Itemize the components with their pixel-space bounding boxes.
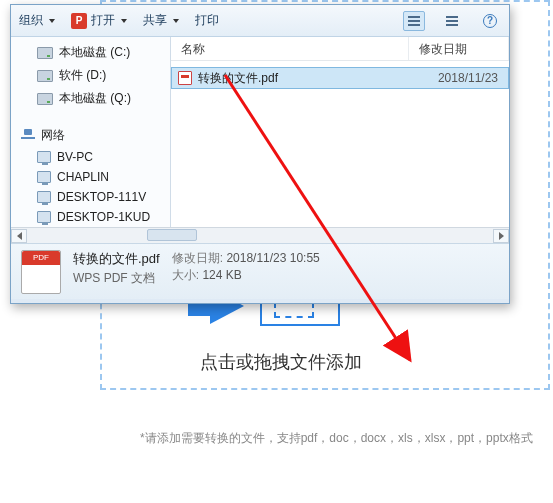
help-icon: ? xyxy=(483,14,497,28)
computer-icon xyxy=(37,151,51,163)
tree-network-group[interactable]: 网络 xyxy=(11,124,170,147)
column-header-name[interactable]: 名称 xyxy=(171,37,409,60)
pdf-file-icon xyxy=(178,71,192,85)
tree-item-label: 本地磁盘 (Q:) xyxy=(59,90,131,107)
scroll-left-button[interactable] xyxy=(11,229,27,243)
chevron-down-icon xyxy=(121,19,127,23)
tree-computer-item[interactable]: DESKTOP-1KUD xyxy=(11,207,170,227)
file-open-dialog: 组织 打开 共享 打印 ? 本地磁盘 (C:) xyxy=(10,4,510,304)
chevron-down-icon xyxy=(173,19,179,23)
dialog-body: 本地磁盘 (C:) 软件 (D:) 本地磁盘 (Q:) 网络 BV-PC C xyxy=(11,37,509,227)
view-details-button[interactable] xyxy=(441,11,463,31)
tree-computer-item[interactable]: BV-PC xyxy=(11,147,170,167)
organize-button[interactable]: 组织 xyxy=(19,12,55,29)
details-pane: 转换的文件.pdf WPS PDF 文档 修改日期: 2018/11/23 10… xyxy=(11,243,509,299)
file-date: 2018/11/23 xyxy=(412,71,502,85)
file-row[interactable]: 转换的文件.pdf 2018/11/23 xyxy=(171,67,509,89)
tree-drive-item[interactable]: 本地磁盘 (C:) xyxy=(11,41,170,64)
open-label: 打开 xyxy=(91,12,115,29)
computer-icon xyxy=(37,171,51,183)
horizontal-scrollbar[interactable] xyxy=(11,227,509,243)
tree-item-label: DESKTOP-111V xyxy=(57,190,146,204)
folder-tree[interactable]: 本地磁盘 (C:) 软件 (D:) 本地磁盘 (Q:) 网络 BV-PC C xyxy=(11,37,171,227)
tree-drive-item[interactable]: 本地磁盘 (Q:) xyxy=(11,87,170,110)
list-view-icon xyxy=(408,16,420,26)
print-button[interactable]: 打印 xyxy=(195,12,219,29)
tree-item-label: DESKTOP-1KUD xyxy=(57,210,150,224)
tree-computer-item[interactable]: DESKTOP-111V xyxy=(11,187,170,207)
tree-computer-item[interactable]: CHAPLIN xyxy=(11,167,170,187)
tree-item-label: BV-PC xyxy=(57,150,93,164)
tree-item-label: 软件 (D:) xyxy=(59,67,106,84)
drive-icon xyxy=(37,47,53,59)
chevron-down-icon xyxy=(49,19,55,23)
help-button[interactable]: ? xyxy=(479,11,501,31)
column-header-date[interactable]: 修改日期 xyxy=(409,37,509,60)
details-size-label: 大小: xyxy=(172,268,199,282)
organize-label: 组织 xyxy=(19,12,43,29)
details-date-label: 修改日期: xyxy=(172,251,223,265)
scroll-right-button[interactable] xyxy=(493,229,509,243)
file-list-header: 名称 修改日期 xyxy=(171,37,509,61)
drive-icon xyxy=(37,93,53,105)
pdf-large-icon xyxy=(21,250,61,294)
drop-hint-text: *请添加需要转换的文件，支持pdf，doc，docx，xls，xlsx，ppt，… xyxy=(140,430,533,447)
scroll-thumb[interactable] xyxy=(147,229,197,241)
dialog-toolbar: 组织 打开 共享 打印 ? xyxy=(11,5,509,37)
details-view-icon xyxy=(446,16,458,26)
details-filetype: WPS PDF 文档 xyxy=(73,270,160,287)
chevron-right-icon xyxy=(499,232,504,240)
details-filename: 转换的文件.pdf xyxy=(73,250,160,268)
tree-item-label: CHAPLIN xyxy=(57,170,109,184)
tree-item-label: 本地磁盘 (C:) xyxy=(59,44,130,61)
open-button[interactable]: 打开 xyxy=(71,12,127,29)
share-label: 共享 xyxy=(143,12,167,29)
details-size-value: 124 KB xyxy=(202,268,241,282)
drive-icon xyxy=(37,70,53,82)
tree-drive-item[interactable]: 软件 (D:) xyxy=(11,64,170,87)
tree-item-label: 网络 xyxy=(41,127,65,144)
computer-icon xyxy=(37,191,51,203)
computer-icon xyxy=(37,211,51,223)
details-date-value: 2018/11/23 10:55 xyxy=(226,251,319,265)
network-icon xyxy=(21,129,35,143)
view-mode-button[interactable] xyxy=(403,11,425,31)
file-list-pane: 名称 修改日期 转换的文件.pdf 2018/11/23 xyxy=(171,37,509,227)
drop-instruction-text: 点击或拖拽文件添加 xyxy=(200,350,362,374)
scroll-track[interactable] xyxy=(27,229,493,243)
print-label: 打印 xyxy=(195,12,219,29)
share-button[interactable]: 共享 xyxy=(143,12,179,29)
pdf-app-icon xyxy=(71,13,87,29)
chevron-left-icon xyxy=(17,232,22,240)
file-name: 转换的文件.pdf xyxy=(198,70,412,87)
